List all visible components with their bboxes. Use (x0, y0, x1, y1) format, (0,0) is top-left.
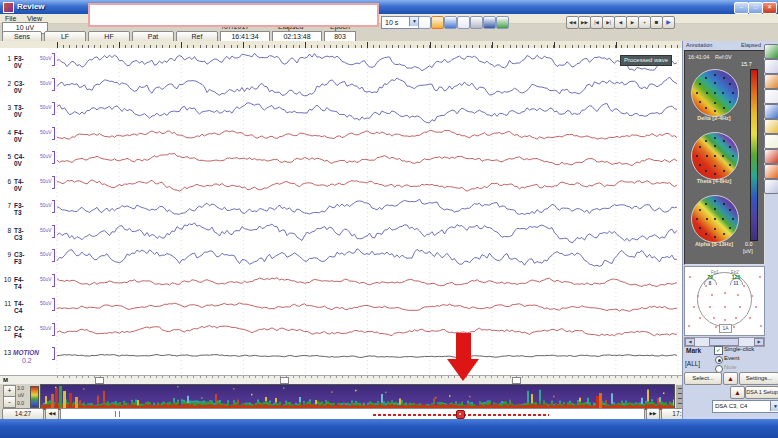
event-mark[interactable] (512, 377, 521, 384)
scale-bracket-icon (52, 274, 55, 287)
marker-row-label: M (3, 377, 8, 383)
chevron-down-icon[interactable]: ▼ (770, 401, 778, 411)
channel-number: 2 (2, 80, 11, 87)
montage-tag: 1A (719, 324, 732, 333)
select-button[interactable]: Select... (684, 372, 722, 385)
dsa-spectrogram[interactable] (40, 384, 675, 410)
electrode-dot (706, 218, 708, 220)
channel-scale-marker: 50uV (40, 55, 52, 61)
electrode-dot (714, 200, 716, 202)
channel-scale-marker: 50uV (40, 325, 52, 331)
scale-bracket-icon (52, 176, 55, 189)
head-electrode-dot (709, 306, 711, 308)
electrode-dot (729, 83, 731, 85)
dsa-channel-dropdown[interactable]: DSA C3, C4 ▼ (712, 400, 778, 413)
menu-view[interactable]: View (27, 15, 42, 22)
electrode-dot (714, 137, 716, 139)
head-electrode-dot (697, 295, 699, 297)
close-button[interactable]: ✕ (762, 2, 777, 14)
dsa-color-scale (30, 386, 39, 408)
scale-bracket-icon (52, 127, 55, 140)
menu-file[interactable]: File (5, 15, 16, 22)
channel-label: F3-T3 (14, 202, 24, 216)
dsa-zoom-out-button[interactable]: - (3, 396, 16, 408)
electrode-dot (723, 140, 725, 142)
dsa-triangle-button[interactable]: ▲ (730, 386, 745, 399)
info-icon[interactable] (457, 16, 470, 29)
channel-number: 5 (2, 153, 11, 160)
app-icon (3, 2, 14, 13)
event-mark[interactable] (280, 377, 289, 384)
event-radio[interactable] (715, 356, 723, 364)
electrode-dot (699, 209, 701, 211)
electrode-dot (696, 92, 698, 94)
note-tool-icon[interactable] (764, 134, 778, 149)
ball-tool-icon[interactable] (764, 164, 778, 179)
head-electrode-dot (755, 306, 757, 308)
panel-header: Annotation Elapsed (684, 42, 763, 50)
position-marker-icon[interactable] (456, 410, 465, 419)
channel-scale-marker: 50uV (40, 227, 52, 233)
globe-tool-icon[interactable] (764, 149, 778, 164)
electrode-dot (732, 155, 734, 157)
topo-timestamp: 16:41:04 (688, 54, 709, 60)
electrode-dot (705, 77, 707, 79)
settings-button[interactable]: Settings... (739, 372, 778, 385)
annotation-arrow-shaft (456, 333, 471, 360)
channel-number: 1 (2, 55, 11, 62)
channel-label: C3-F3 (14, 251, 24, 265)
help-tool-icon[interactable] (764, 44, 778, 59)
head-electrode-dot (688, 325, 690, 327)
electrode-head-diagram[interactable]: Fp1 Fp2 79 8 120 11 1A (684, 266, 765, 336)
dsa-setup-button[interactable]: DSA 1 Setup (745, 386, 778, 399)
electrode-dot (729, 146, 731, 148)
dsa-chart-icon[interactable] (431, 16, 444, 29)
event-label: Event (724, 355, 739, 361)
dsa-channel-value: DSA C3, C4 (715, 403, 747, 409)
alpha-topo-map (691, 195, 739, 243)
minimize-button[interactable]: – (734, 2, 749, 14)
document-tool-icon[interactable] (764, 89, 778, 104)
close-tool-icon[interactable] (764, 179, 778, 194)
channel-label: MOTION (13, 349, 39, 356)
patient-info-redaction-box (88, 3, 379, 27)
head-electrode-dot (693, 306, 695, 308)
mark-triangle-button[interactable]: ▲ (723, 372, 738, 385)
play-button[interactable]: ▶ (662, 16, 675, 29)
timescale-dropdown[interactable]: 10 s ▼ (381, 16, 420, 29)
trend-icon[interactable] (444, 16, 457, 29)
timer-icon[interactable] (418, 16, 431, 29)
electrode-dot (705, 170, 707, 172)
channel-number: 9 (2, 251, 11, 258)
photo-tool-icon[interactable] (764, 74, 778, 89)
left-gauge: 79 8 (701, 274, 719, 286)
topographic-map-panel[interactable]: 16:41:04 Ref:0V 15.7 0.0 [uV] Delta [2-4… (684, 50, 765, 265)
head-electrode-dot (760, 325, 762, 327)
scroll-thumb[interactable] (709, 338, 739, 346)
topo-colorbar (750, 69, 758, 241)
maximize-button[interactable]: □ (748, 2, 763, 14)
electrode-dot (705, 140, 707, 142)
electrode-dot (723, 77, 725, 79)
scroll-left-icon[interactable]: ◀ (685, 338, 695, 346)
calendar-tool-icon[interactable] (764, 59, 778, 74)
scroll-right-icon[interactable]: ▶ (754, 338, 764, 346)
channel-scale-marker: 50uV (40, 104, 52, 110)
report-icon[interactable] (483, 16, 496, 29)
channel-scale-marker: 50uV (40, 300, 52, 306)
disk-tool-icon[interactable] (764, 104, 778, 119)
single-click-checkbox[interactable]: ✓ (714, 346, 723, 355)
dsa-scale-min: 0.0 (17, 400, 24, 406)
electrode-dot (729, 209, 731, 211)
eeg-trace-panel[interactable]: 1F3-0V50uV2C3-0V50uV3T3-0V50uV4F4-0V50uV… (0, 48, 683, 375)
event-mark[interactable] (95, 377, 104, 384)
head-electrode-dot (735, 317, 737, 319)
montage-icon[interactable] (496, 16, 509, 29)
left-gauge-sub: 8 (701, 280, 719, 286)
folder-tool-icon[interactable] (764, 119, 778, 134)
scale-bracket-icon (52, 249, 55, 262)
delta-map-label: Delta [2-4Hz] (685, 115, 743, 121)
electrode-dot (705, 233, 707, 235)
scale-bracket-icon (52, 347, 55, 360)
print-icon[interactable] (470, 16, 483, 29)
